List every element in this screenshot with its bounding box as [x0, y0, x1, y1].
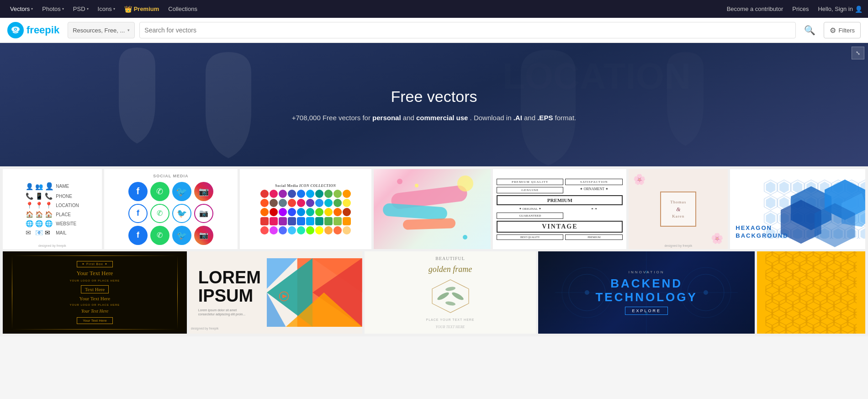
card-orange-pattern[interactable]	[757, 251, 865, 334]
search-button[interactable]: 🔍	[800, 23, 819, 37]
nav-item-psd[interactable]: PSD ▾	[69, 4, 93, 14]
hero-expand-icon[interactable]: ⤡	[852, 47, 864, 59]
chevron-down-icon: ▾	[127, 28, 130, 32]
svg-point-3	[15, 29, 16, 30]
card-social-black[interactable]: SOCIAL MEDIA f ✆ 🐦 📷 f ✆ 🐦 📷 f ✆ 🐦 📷	[104, 169, 238, 249]
grid-section: 👤 👥 👤 NAME 📞 📱 📞 PHONE 📍 📍 📍 LOCATION 🏠 …	[0, 166, 868, 336]
chevron-down-icon: ▾	[113, 7, 115, 11]
nav-item-vectors[interactable]: Vectors ▾	[5, 4, 37, 14]
svg-point-26	[445, 301, 455, 306]
become-contributor-link[interactable]: Become a contributor	[727, 5, 783, 12]
search-bar: freepik Resources, Free, ... ▾ 🔍 ⚙ Filte…	[0, 18, 868, 43]
chevron-down-icon: ▾	[87, 7, 89, 11]
card-golden-frame[interactable]: BEAUTIFUL golden frame PLACE YOUR TEXT H…	[365, 251, 536, 334]
search-input[interactable]	[144, 27, 790, 34]
card-backend-technology[interactable]: INNOVATION BACKENDTECHNOLOGY EXPLORE	[538, 251, 755, 334]
card-lorem-ipsum[interactable]: LOREMIPSUM Lorem ipsum dolor sit amet co…	[189, 251, 362, 334]
filters-icon: ⚙	[830, 26, 836, 35]
resource-dropdown[interactable]: Resources, Free, ... ▾	[68, 22, 135, 38]
svg-point-24	[451, 291, 465, 302]
card-hexagon[interactable]: HEXAGONBACKGROUND	[730, 169, 865, 249]
nav-item-premium[interactable]: 👑 Premium	[120, 4, 164, 15]
card-floral[interactable]: Thomas & Karen 🌸 🌸 designed by freepik	[629, 169, 728, 249]
grid-row-1: 👤 👥 👤 NAME 📞 📱 📞 PHONE 📍 📍 📍 LOCATION 🏠 …	[3, 169, 865, 249]
hero-banner: LOCATION Free vectors +708,000 Free vect…	[0, 43, 868, 166]
honeycomb-svg	[757, 251, 865, 334]
expand-arrows-icon: ⤡	[856, 50, 860, 56]
card-icons-list[interactable]: 👤 👥 👤 NAME 📞 📱 📞 PHONE 📍 📍 📍 LOCATION 🏠 …	[3, 169, 102, 249]
nav-item-photos[interactable]: Photos ▾	[37, 4, 68, 14]
chevron-down-icon: ▾	[62, 7, 64, 11]
nav-item-icons[interactable]: Icons ▾	[93, 4, 120, 14]
card-colorful-icons[interactable]: Social Media ICON COLLECTION	[240, 169, 371, 249]
card-vintage[interactable]: PREMIUM QUALITY SATISFACTION GENUINE ✦ O…	[493, 169, 626, 249]
search-input-container	[139, 22, 795, 38]
search-icon: 🔍	[804, 25, 815, 35]
svg-point-33	[585, 290, 589, 295]
nav-item-collections[interactable]: Collections	[164, 4, 202, 14]
svg-point-25	[445, 286, 455, 292]
crown-icon: 👑	[124, 5, 132, 13]
svg-rect-40	[766, 251, 857, 334]
logo-text: freepik	[26, 24, 59, 36]
golden-frame-svg	[423, 278, 478, 314]
filters-button[interactable]: ⚙ Filters	[824, 22, 861, 38]
top-nav-right: Become a contributor Prices Hello, Sign …	[727, 5, 863, 13]
user-icon: 👤	[855, 5, 863, 13]
svg-text:LOCATION: LOCATION	[503, 56, 691, 96]
freepik-logo-icon	[7, 22, 24, 38]
top-nav: Vectors ▾ Photos ▾ PSD ▾ Icons ▾ 👑 Premi…	[0, 0, 868, 18]
svg-point-23	[436, 291, 450, 302]
logo[interactable]: freepik	[7, 22, 59, 38]
prices-link[interactable]: Prices	[792, 5, 809, 12]
chevron-down-icon: ▾	[31, 7, 33, 11]
hero-description: +708,000 Free vectors for personal and c…	[292, 114, 577, 122]
card-pastel[interactable]	[374, 169, 491, 249]
svg-marker-22	[432, 280, 469, 313]
geometric-triangles-svg	[267, 251, 362, 334]
signin-link[interactable]: Hello, Sign in 👤	[818, 5, 863, 13]
hero-title: Free vectors	[391, 88, 477, 106]
svg-point-34	[704, 290, 708, 295]
card-dark-ornate[interactable]: ✦ First Box ✦ Your Text Here YOUR LOGO O…	[3, 251, 187, 334]
grid-row-2: ✦ First Box ✦ Your Text Here YOUR LOGO O…	[3, 251, 865, 334]
